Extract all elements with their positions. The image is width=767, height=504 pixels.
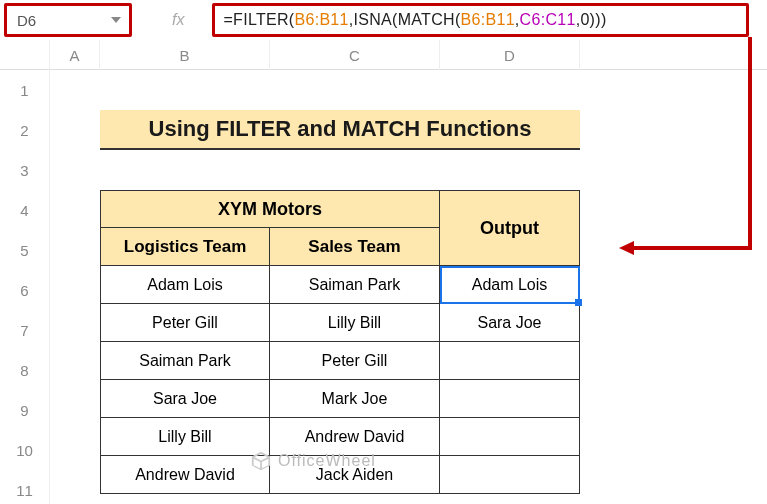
formula-fn-isna: ISNA <box>354 11 393 29</box>
page-title[interactable]: Using FILTER and MATCH Functions <box>100 110 580 150</box>
fx-icon[interactable]: fx <box>172 11 184 29</box>
table-cell[interactable]: Andrew David <box>270 418 440 456</box>
output-header[interactable]: Output <box>440 190 580 266</box>
table-cell[interactable]: Peter Gill <box>270 342 440 380</box>
table-cell[interactable]: Peter Gill <box>100 304 270 342</box>
row-header-3[interactable]: 3 <box>0 150 50 190</box>
formula-range-b: B6:B11 <box>294 11 348 29</box>
col-header-d[interactable]: D <box>440 40 580 70</box>
col-header-c[interactable]: C <box>270 40 440 70</box>
cell-d6[interactable]: Adam Lois <box>440 266 580 304</box>
row-header-2[interactable]: 2 <box>0 110 50 150</box>
logistics-header[interactable]: Logistics Team <box>100 228 270 266</box>
table-cell[interactable]: Mark Joe <box>270 380 440 418</box>
column-headers: A B C D <box>0 40 767 70</box>
col-header-a[interactable]: A <box>50 40 100 70</box>
formula-bar-row: D6 fx =FILTER ( B6:B11 , ISNA ( MATCH ( … <box>0 0 767 40</box>
row-header-4[interactable]: 4 <box>0 190 50 230</box>
table-cell[interactable]: Sara Joe <box>100 380 270 418</box>
name-box[interactable]: D6 <box>4 3 132 37</box>
row-headers: 1 2 3 4 5 6 7 8 9 10 11 <box>0 70 50 504</box>
row-header-10[interactable]: 10 <box>0 430 50 470</box>
row-header-9[interactable]: 9 <box>0 390 50 430</box>
table-cell[interactable]: Andrew David <box>100 456 270 494</box>
row-header-1[interactable]: 1 <box>0 70 50 110</box>
table-cell[interactable]: Sara Joe <box>440 304 580 342</box>
formula-range-b2: B6:B11 <box>461 11 515 29</box>
col-header-b[interactable]: B <box>100 40 270 70</box>
formula-input[interactable]: =FILTER ( B6:B11 , ISNA ( MATCH ( B6:B11… <box>212 3 749 37</box>
row-header-7[interactable]: 7 <box>0 310 50 350</box>
table-cell[interactable]: Jack Aiden <box>270 456 440 494</box>
formula-fn-match: MATCH <box>398 11 455 29</box>
table-cell[interactable]: Saiman Park <box>100 342 270 380</box>
formula-range-c: C6:C11 <box>520 11 576 29</box>
table-cell[interactable]: Saiman Park <box>270 266 440 304</box>
spreadsheet-area: A B C D 1 2 3 4 5 6 7 8 9 10 11 Using FI… <box>0 40 767 504</box>
sales-header[interactable]: Sales Team <box>270 228 440 266</box>
table-cell[interactable]: Lilly Bill <box>270 304 440 342</box>
table-cell[interactable] <box>440 418 580 456</box>
callout-line <box>632 246 752 250</box>
row-header-5[interactable]: 5 <box>0 230 50 270</box>
callout-arrow-icon <box>619 241 634 255</box>
select-all-corner[interactable] <box>0 40 50 70</box>
name-box-value: D6 <box>17 12 36 29</box>
dropdown-icon[interactable] <box>111 17 121 23</box>
row-header-11[interactable]: 11 <box>0 470 50 504</box>
row-header-6[interactable]: 6 <box>0 270 50 310</box>
callout-line <box>748 37 752 248</box>
formula-fn-filter: =FILTER <box>223 11 288 29</box>
table-cell[interactable] <box>440 456 580 494</box>
table-cell[interactable] <box>440 342 580 380</box>
table-cell[interactable]: Adam Lois <box>100 266 270 304</box>
row-header-8[interactable]: 8 <box>0 350 50 390</box>
table-cell[interactable] <box>440 380 580 418</box>
company-header[interactable]: XYM Motors <box>100 190 440 228</box>
table-cell[interactable]: Lilly Bill <box>100 418 270 456</box>
